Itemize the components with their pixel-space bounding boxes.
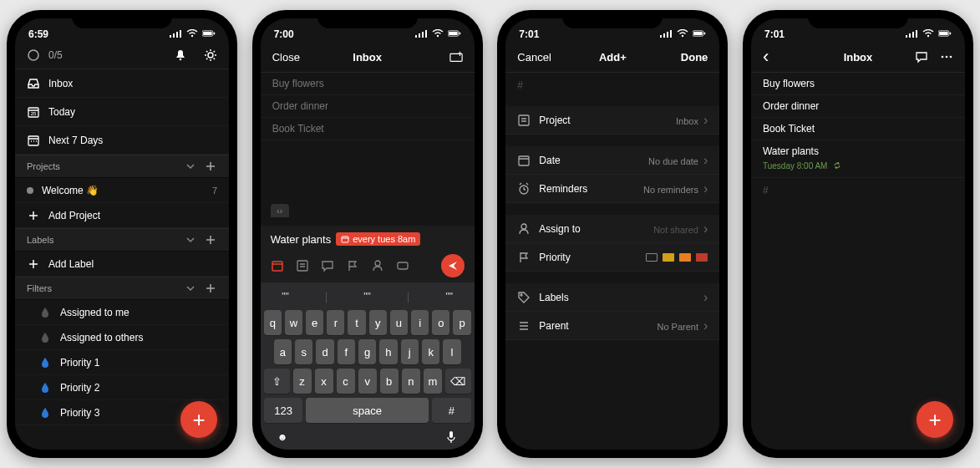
row-date[interactable]: Date No due date [505,146,719,175]
priority-flag-3[interactable] [663,253,674,262]
expand-tab[interactable]: ‹› [271,204,289,217]
task-row[interactable]: Order dinner [751,95,965,118]
priority-flag-1[interactable] [696,253,708,262]
row-parent[interactable]: Parent No Parent [505,312,719,340]
row-reminders[interactable]: Reminders No reminders [505,175,719,203]
mic-icon[interactable] [444,430,458,444]
key[interactable]: y [369,310,387,335]
key[interactable]: t [348,310,365,335]
key[interactable]: u [390,310,408,335]
key[interactable]: b [380,369,399,394]
key[interactable]: a [274,339,292,364]
backspace-key[interactable]: ⌫ [445,369,471,394]
comment-icon[interactable] [915,50,928,64]
key[interactable]: e [306,310,323,335]
key[interactable]: m [424,369,442,394]
task-row[interactable]: Book Ticket [751,118,965,140]
key[interactable]: j [401,339,419,364]
task-row[interactable]: Water plants Tuesday 8:00 AM [751,140,965,178]
back-button[interactable] [763,48,769,66]
nav-inbox[interactable]: Inbox [15,69,229,98]
label-icon[interactable] [396,259,409,272]
task-row[interactable]: Buy flowers [261,73,475,95]
cancel-button[interactable]: Cancel [517,51,551,64]
assign-icon[interactable] [371,259,384,272]
comment-icon[interactable] [321,259,334,272]
key[interactable]: d [316,339,333,364]
hash-field[interactable]: # [505,73,719,98]
done-button[interactable]: Done [681,51,708,64]
suggestion[interactable]: "" [363,291,371,303]
plus-icon[interactable] [204,160,217,173]
section-filters[interactable]: Filters [15,277,229,300]
section-projects[interactable]: Projects [15,155,229,178]
row-assign[interactable]: Assign to Not shared [505,215,719,243]
quick-add-input[interactable]: Water plants every tues 8am [271,232,465,246]
project-welcome[interactable]: Welcome 👋 7 [15,178,229,203]
row-labels[interactable]: Labels [505,283,719,312]
priority-flag-4[interactable] [646,253,658,262]
chevron-down-icon[interactable] [184,282,197,295]
add-label[interactable]: Add Label [15,252,229,277]
filter-item[interactable]: Assigned to others [15,325,229,350]
add-section-icon[interactable] [449,50,463,64]
key[interactable]: g [358,339,376,364]
key[interactable]: z [293,369,312,394]
key[interactable]: q [264,310,282,335]
add-project[interactable]: Add Project [15,203,229,228]
close-button[interactable]: Close [272,51,300,64]
row-priority[interactable]: Priority [505,243,719,272]
shift-key[interactable]: ⇧ [264,369,290,394]
calendar-icon[interactable] [271,259,284,272]
project-icon[interactable] [296,259,309,272]
key[interactable]: o [432,310,449,335]
plus-icon[interactable] [204,233,217,247]
key[interactable]: p [453,310,470,335]
progress-circle-icon[interactable] [27,48,40,62]
key[interactable]: v [358,369,377,394]
row-project[interactable]: Project Inbox [505,106,719,135]
suggestion[interactable]: "" [282,291,289,303]
hash-field[interactable]: # [751,178,965,203]
section-labels[interactable]: Labels [15,228,229,252]
add-task-fab[interactable] [917,401,953,438]
key[interactable]: h [379,339,397,364]
send-button[interactable] [441,254,465,277]
key[interactable]: k [422,339,439,364]
task-row[interactable]: Buy flowers [751,73,965,95]
nav-today[interactable]: 25 Today [15,98,229,126]
keyboard[interactable]: "" | "" | "" qwertyuiop asdfghjkl ⇧ zxcv… [261,282,475,450]
plus-icon[interactable] [204,282,217,295]
key[interactable]: n [402,369,420,394]
space-key[interactable]: space [306,398,428,423]
suggestion[interactable]: "" [445,291,453,303]
priority-flag-2[interactable] [679,253,691,262]
key[interactable]: f [338,339,355,364]
flag-icon[interactable] [346,259,359,272]
emoji-key[interactable]: ☻ [277,431,288,443]
numbers-key[interactable]: 123 [264,398,303,423]
filter-item[interactable]: Priority 2 [15,375,229,400]
priority-flags[interactable] [646,253,708,262]
bell-icon[interactable] [174,48,187,62]
task-row[interactable]: Order dinner [261,95,475,118]
add-task-fab[interactable] [180,401,217,438]
key[interactable]: s [295,339,312,364]
nav-next7[interactable]: Next 7 Days [15,126,229,155]
key[interactable]: r [327,310,344,335]
key[interactable]: c [337,369,355,394]
chevron-down-icon[interactable] [184,233,197,247]
keyboard-suggestions[interactable]: "" | "" | "" [264,287,471,306]
task-row[interactable]: Book Ticket [261,118,475,140]
key[interactable]: i [411,310,429,335]
chevron-down-icon[interactable] [184,160,197,173]
filter-item[interactable]: Priority 1 [15,350,229,375]
key[interactable]: l [443,339,460,364]
gear-icon[interactable] [204,48,217,62]
hash-key[interactable]: # [432,398,471,423]
more-icon[interactable] [940,50,953,64]
filter-item[interactable]: Assigned to me [15,300,229,325]
key[interactable]: w [285,310,302,335]
schedule-chip[interactable]: every tues 8am [336,232,420,246]
key[interactable]: x [315,369,333,394]
